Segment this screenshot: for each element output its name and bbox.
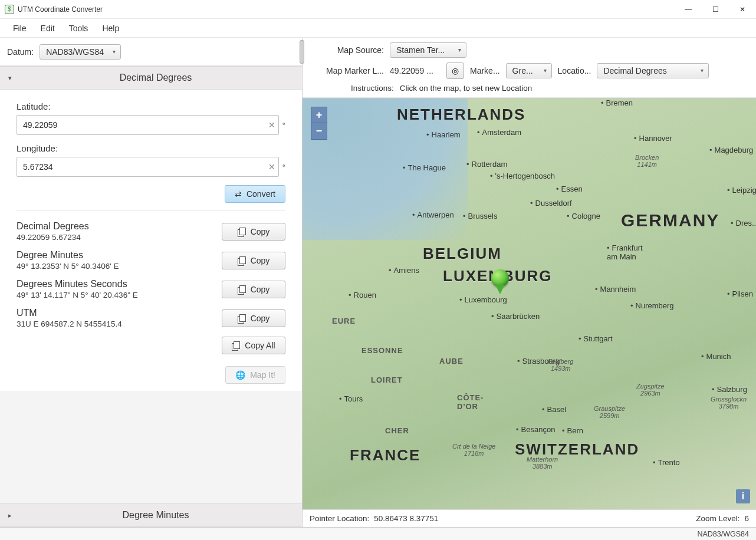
map-info-button[interactable]: i bbox=[736, 489, 750, 503]
latitude-input[interactable] bbox=[17, 115, 279, 135]
location-format-label: Locatio... bbox=[558, 66, 591, 75]
mtn-grossglockner: Grossglockn 3798m bbox=[711, 396, 747, 410]
map-source-dropdown[interactable]: Stamen Ter... bbox=[390, 42, 466, 58]
result-dms-title: Degrees Minutes Seconds bbox=[17, 279, 215, 289]
copy-utm-button[interactable]: Copy bbox=[222, 309, 285, 327]
mtn-grauspitze: Grauspitze 2599m bbox=[594, 405, 625, 419]
convert-button[interactable]: ⇄ Convert bbox=[225, 185, 285, 203]
city-frankfurt: Frankfurt am Main bbox=[607, 243, 643, 261]
copy-dms-button[interactable]: Copy bbox=[222, 281, 285, 298]
result-dd-title: Decimal Degrees bbox=[17, 221, 215, 232]
map-source-label: Map Source: bbox=[311, 45, 384, 55]
copy-icon bbox=[238, 285, 246, 294]
region-aube: AUBE bbox=[439, 357, 464, 366]
result-utm-title: UTM bbox=[17, 308, 215, 318]
copy-icon bbox=[238, 228, 246, 236]
marker-color-dropdown[interactable]: Gre... bbox=[506, 63, 552, 78]
mtn-zugspitze: Zugspitze 2963m bbox=[636, 383, 665, 397]
window-title: UTM Coordinate Converter bbox=[18, 5, 675, 14]
left-pane: Datum: NAD83/WGS84 ▾ Decimal Degrees Lat… bbox=[0, 38, 303, 527]
city-saarbrucken: Saarbrücken bbox=[491, 312, 540, 321]
map-toolbar: Map Source: Stamen Ter... Map Marker L..… bbox=[303, 38, 756, 98]
instructions-label: Instructions: bbox=[351, 84, 394, 93]
city-amsterdam: Amsterdam bbox=[477, 128, 521, 137]
right-pane: Map Source: Stamen Ter... Map Marker L..… bbox=[303, 38, 756, 527]
mtn-brocken: Brocken 1141m bbox=[635, 154, 659, 168]
mtn-crt: Crt de la Neige 1718m bbox=[452, 443, 495, 457]
city-dusseldorf: Dusseldorf bbox=[530, 199, 572, 208]
copy-dd-button[interactable]: Copy bbox=[222, 223, 285, 241]
city-munich: Munich bbox=[701, 352, 731, 361]
convert-icon: ⇄ bbox=[235, 189, 242, 199]
datum-dropdown[interactable]: NAD83/WGS84 bbox=[40, 44, 121, 60]
degree-symbol: ° bbox=[282, 121, 285, 130]
city-cologne: Cologne bbox=[567, 212, 600, 220]
minimize-button[interactable]: — bbox=[675, 0, 702, 19]
menu-file[interactable]: File bbox=[7, 21, 32, 35]
city-haarlem: Haarlem bbox=[426, 130, 461, 139]
city-antwerpen: Antwerpen bbox=[412, 210, 454, 219]
mtn-matterhorn: Matterhorn 3883m bbox=[527, 456, 558, 470]
maximize-button[interactable]: ☐ bbox=[702, 0, 729, 19]
datum-row: Datum: NAD83/WGS84 bbox=[0, 38, 302, 66]
copy-dm-button[interactable]: Copy bbox=[222, 252, 285, 269]
map-marker[interactable] bbox=[491, 269, 509, 295]
globe-icon: 🌐 bbox=[235, 370, 245, 380]
clear-latitude-icon[interactable]: ✕ bbox=[268, 120, 275, 130]
degree-symbol: ° bbox=[282, 163, 285, 172]
city-bern: Bern bbox=[562, 426, 583, 435]
region-eure: EURE bbox=[332, 317, 356, 325]
city-essen: Essen bbox=[556, 185, 583, 193]
map-canvas[interactable]: + − NETHERLANDS GERMANY BELGIUM LUXEMBUR… bbox=[303, 98, 756, 509]
decimal-degrees-panel: Latitude: ✕ ° Longitude: ✕ ° bbox=[0, 90, 302, 391]
center-marker-button[interactable]: ◎ bbox=[446, 62, 464, 79]
panel-header-degree-minutes[interactable]: ▸ Degree Minutes bbox=[0, 503, 302, 527]
result-dms-value: 49° 13' 14.117" N 5° 40' 20.436" E bbox=[17, 291, 215, 299]
country-belgium: BELGIUM bbox=[423, 245, 502, 263]
results-section: Decimal Degrees 49.22059 5.67234 Copy De… bbox=[17, 210, 285, 384]
copy-all-button[interactable]: Copy All bbox=[222, 337, 285, 354]
datum-label: Datum: bbox=[7, 47, 34, 57]
app-icon: $ bbox=[5, 5, 14, 14]
longitude-input[interactable] bbox=[17, 157, 279, 177]
location-format-dropdown[interactable]: Decimal Degrees bbox=[597, 63, 709, 78]
latitude-label: Latitude: bbox=[17, 101, 285, 111]
city-amiens: Amiens bbox=[389, 266, 419, 275]
marker-location-value: 49.22059 ... bbox=[390, 66, 441, 75]
pointer-location-label: Pointer Location: bbox=[310, 514, 369, 523]
copy-icon bbox=[238, 314, 246, 322]
city-rouen: Rouen bbox=[349, 291, 376, 299]
region-cotedor: CÔTE- D'OR bbox=[457, 393, 484, 411]
menu-tools[interactable]: Tools bbox=[63, 21, 94, 35]
zoom-in-button[interactable]: + bbox=[311, 107, 327, 123]
city-magdeburg: Magdeburg bbox=[709, 146, 753, 154]
pointer-location-value: 50.86473 8.37751 bbox=[374, 514, 438, 523]
panel-header-decimal-degrees[interactable]: ▾ Decimal Degrees bbox=[0, 66, 302, 90]
copy-icon bbox=[238, 256, 246, 265]
map-it-button[interactable]: 🌐Map It! bbox=[225, 366, 285, 384]
clear-longitude-icon[interactable]: ✕ bbox=[268, 162, 275, 172]
menu-edit[interactable]: Edit bbox=[35, 21, 61, 35]
copy-icon bbox=[232, 341, 240, 350]
city-stuttgart: Stuttgart bbox=[578, 334, 613, 343]
result-dm-title: Degree Minutes bbox=[17, 250, 215, 261]
city-trento: Trento bbox=[653, 458, 680, 467]
city-besancon: Besançon bbox=[516, 425, 555, 434]
city-leipzig: Leipzig bbox=[727, 186, 756, 195]
close-button[interactable]: ✕ bbox=[729, 0, 756, 19]
target-icon: ◎ bbox=[452, 66, 459, 75]
mtn-feldberg: Feldberg 1493m bbox=[548, 358, 573, 372]
zoom-level-label: Zoom Level: bbox=[696, 514, 739, 523]
result-utm-value: 31U E 694587.2 N 5455415.4 bbox=[17, 320, 215, 328]
region-cher: CHER bbox=[385, 426, 409, 435]
region-essonne: ESSONNE bbox=[361, 346, 403, 355]
expand-icon: ▸ bbox=[8, 512, 18, 519]
collapse-icon: ▾ bbox=[8, 74, 18, 82]
city-dresden: Dres... bbox=[731, 219, 756, 228]
instructions-text: Click on the map, to set new Location bbox=[400, 84, 532, 93]
region-loiret: LOIRET bbox=[371, 376, 403, 384]
longitude-label: Longitude: bbox=[17, 143, 285, 153]
titlebar: $ UTM Coordinate Converter — ☐ ✕ bbox=[0, 0, 756, 19]
menu-help[interactable]: Help bbox=[96, 21, 125, 35]
zoom-out-button[interactable]: − bbox=[311, 123, 327, 140]
